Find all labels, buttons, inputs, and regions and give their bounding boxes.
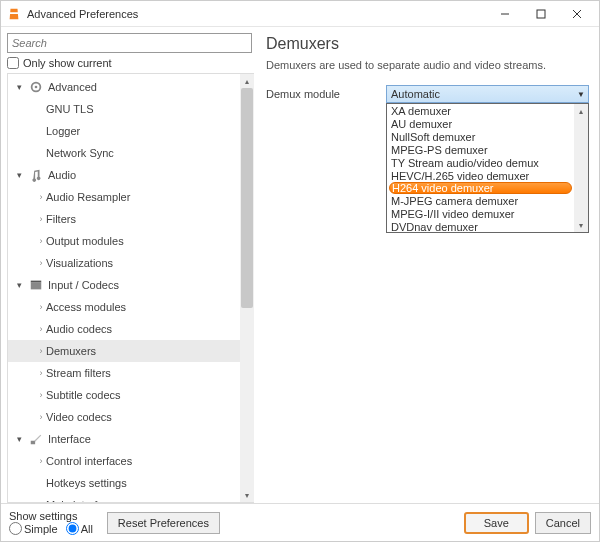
svg-rect-3 <box>537 10 545 18</box>
tree-node-interface[interactable]: ▾ Interface <box>8 428 240 450</box>
tree-item-visualizations[interactable]: ›Visualizations <box>8 252 240 274</box>
chevron-down-icon: ▾ <box>14 82 24 92</box>
demux-module-label: Demux module <box>266 85 376 100</box>
dropdown-scrollbar[interactable]: ▴ ▾ <box>574 104 588 232</box>
chevron-right-icon: › <box>36 390 46 400</box>
only-show-current-checkbox[interactable]: Only show current <box>7 57 254 69</box>
app-icon <box>7 7 21 21</box>
chevron-right-icon: › <box>36 258 46 268</box>
panel-title: Demuxers <box>266 35 589 53</box>
scroll-up-icon[interactable]: ▴ <box>240 74 254 88</box>
save-button[interactable]: Save <box>464 512 529 534</box>
clapper-icon <box>28 277 44 293</box>
left-panel: Only show current ▾ Advanced GNU TLS Log… <box>1 27 254 503</box>
svg-rect-1 <box>10 12 19 14</box>
dropdown-option[interactable]: HEVC/H.265 video demuxer <box>387 169 574 182</box>
settings-tree[interactable]: ▾ Advanced GNU TLS Logger Network Sync ▾… <box>8 74 240 502</box>
search-input[interactable] <box>7 33 252 53</box>
scroll-down-icon[interactable]: ▾ <box>574 218 588 232</box>
radio-simple[interactable]: Simple <box>9 522 58 535</box>
svg-point-7 <box>35 86 38 89</box>
show-settings-label: Show settings <box>9 510 93 522</box>
tree-node-audio[interactable]: ▾ Audio <box>8 164 240 186</box>
dropdown-option[interactable]: NullSoft demuxer <box>387 130 574 143</box>
tree-item-filters[interactable]: ›Filters <box>8 208 240 230</box>
scroll-up-icon[interactable]: ▴ <box>574 104 588 118</box>
svg-rect-8 <box>31 282 42 289</box>
tree-item-demuxers[interactable]: ›Demuxers <box>8 340 240 362</box>
chevron-right-icon: › <box>36 412 46 422</box>
scroll-track[interactable] <box>240 88 254 488</box>
dropdown-option[interactable]: XA demuxer <box>387 104 574 117</box>
dropdown-option[interactable]: AU demuxer <box>387 117 574 130</box>
chevron-down-icon: ▼ <box>577 90 585 99</box>
only-show-current-label: Only show current <box>23 57 112 69</box>
reset-preferences-button[interactable]: Reset Preferences <box>107 512 220 534</box>
chevron-down-icon: ▾ <box>14 170 24 180</box>
dropdown-option[interactable]: DVDnav demuxer <box>387 220 574 233</box>
tree-item-main-interfaces[interactable]: ›Main interfaces <box>8 494 240 502</box>
maximize-button[interactable] <box>523 2 559 26</box>
tree-node-input-codecs[interactable]: ▾ Input / Codecs <box>8 274 240 296</box>
right-panel: Demuxers Demuxers are used to separate a… <box>254 27 599 503</box>
chevron-right-icon: › <box>36 346 46 356</box>
combobox-value: Automatic <box>391 88 440 100</box>
scroll-down-icon[interactable]: ▾ <box>240 488 254 502</box>
chevron-down-icon: ▾ <box>14 280 24 290</box>
chevron-right-icon: › <box>36 324 46 334</box>
preferences-window: Advanced Preferences Only show current ▾… <box>0 0 600 542</box>
chevron-right-icon: › <box>36 192 46 202</box>
chevron-right-icon: › <box>36 236 46 246</box>
close-button[interactable] <box>559 2 595 26</box>
cancel-button[interactable]: Cancel <box>535 512 591 534</box>
tree-item-gnu-tls[interactable]: GNU TLS <box>8 98 240 120</box>
brush-icon <box>28 431 44 447</box>
footer: Show settings Simple All Reset Preferenc… <box>1 503 599 541</box>
demux-module-combobox[interactable]: Automatic ▼ <box>386 85 589 103</box>
titlebar: Advanced Preferences <box>1 1 599 27</box>
svg-rect-9 <box>31 281 42 283</box>
tree-item-access-modules[interactable]: ›Access modules <box>8 296 240 318</box>
tree-item-video-codecs[interactable]: ›Video codecs <box>8 406 240 428</box>
tree-scrollbar[interactable]: ▴ ▾ <box>240 74 254 502</box>
chevron-right-icon: › <box>36 302 46 312</box>
tree-item-network-sync[interactable]: Network Sync <box>8 142 240 164</box>
dropdown-option-highlighted[interactable]: H264 video demuxer <box>389 182 572 194</box>
svg-rect-10 <box>31 441 35 445</box>
tree-item-control-interfaces[interactable]: ›Control interfaces <box>8 450 240 472</box>
tree-item-subtitle-codecs[interactable]: ›Subtitle codecs <box>8 384 240 406</box>
chevron-right-icon: › <box>36 214 46 224</box>
tree-item-hotkeys-settings[interactable]: Hotkeys settings <box>8 472 240 494</box>
music-note-icon <box>28 167 44 183</box>
scroll-thumb[interactable] <box>241 88 253 308</box>
dropdown-option[interactable]: MPEG-I/II video demuxer <box>387 207 574 220</box>
panel-description: Demuxers are used to separate audio and … <box>266 59 589 71</box>
chevron-down-icon: ▾ <box>14 434 24 444</box>
tree-item-audio-resampler[interactable]: ›Audio Resampler <box>8 186 240 208</box>
dropdown-option[interactable]: TY Stream audio/video demux <box>387 156 574 169</box>
radio-all[interactable]: All <box>66 522 93 535</box>
window-title: Advanced Preferences <box>27 8 487 20</box>
tree-node-advanced[interactable]: ▾ Advanced <box>8 76 240 98</box>
chevron-right-icon: › <box>36 500 46 502</box>
dropdown-option[interactable]: M-JPEG camera demuxer <box>387 194 574 207</box>
tree-item-output-modules[interactable]: ›Output modules <box>8 230 240 252</box>
demux-module-dropdown[interactable]: XA demuxer AU demuxer NullSoft demuxer M… <box>386 103 589 233</box>
gear-icon <box>28 79 44 95</box>
chevron-right-icon: › <box>36 456 46 466</box>
dropdown-option[interactable]: MPEG-PS demuxer <box>387 143 574 156</box>
only-show-current-input[interactable] <box>7 57 19 69</box>
tree-item-stream-filters[interactable]: ›Stream filters <box>8 362 240 384</box>
tree-item-audio-codecs[interactable]: ›Audio codecs <box>8 318 240 340</box>
minimize-button[interactable] <box>487 2 523 26</box>
scroll-track[interactable] <box>574 118 588 218</box>
tree-item-logger[interactable]: Logger <box>8 120 240 142</box>
chevron-right-icon: › <box>36 368 46 378</box>
